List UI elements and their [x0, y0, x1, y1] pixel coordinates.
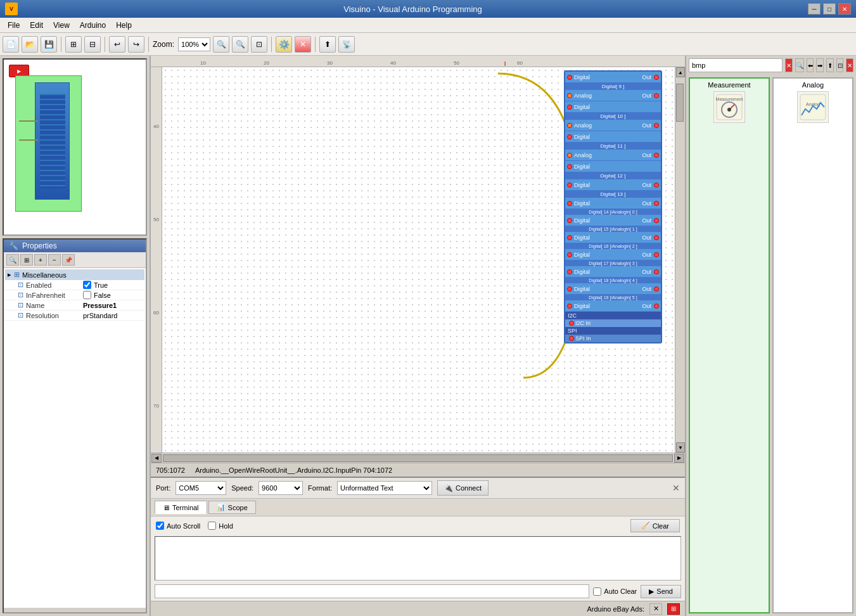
- pin-dot-right-1[interactable]: [654, 75, 659, 80]
- search-option-2[interactable]: ➡: [816, 58, 824, 72]
- comp-card-analog[interactable]: Analog Analog: [772, 77, 853, 613]
- tab-terminal[interactable]: 🖥 Terminal: [155, 501, 207, 514]
- clear-button[interactable]: 🧹 Clear: [630, 519, 680, 532]
- search-go-button[interactable]: 🔍: [795, 58, 804, 72]
- hscroll-left[interactable]: ◀: [151, 454, 162, 463]
- pin-dot-r-19[interactable]: [654, 304, 659, 309]
- properties-header: 🔧 Properties: [4, 240, 146, 252]
- pin-label-dig-16: Digital: [574, 252, 642, 258]
- autoclear-checkbox[interactable]: [593, 587, 601, 596]
- redo-button[interactable]: ↪: [128, 36, 144, 53]
- upload-button[interactable]: ⬆: [319, 36, 336, 53]
- close-serial-button[interactable]: ✕: [672, 483, 680, 493]
- search-option-3[interactable]: ⬆: [826, 58, 834, 72]
- properties-group-header[interactable]: ▸ ⊞ Miscellaneous: [5, 269, 144, 280]
- pin-analog-dot-9[interactable]: [567, 93, 572, 98]
- format-select[interactable]: Unformatted TextASCIIHex: [337, 481, 432, 495]
- pin-dot-dig-9[interactable]: [567, 105, 572, 110]
- zoom-out-button[interactable]: 🔍: [232, 36, 248, 53]
- hscroll-thumb[interactable]: [163, 454, 673, 462]
- zoom-fit-button[interactable]: ⊡: [251, 36, 267, 53]
- prop-filter-btn[interactable]: ⊞: [20, 254, 33, 266]
- minimize-button[interactable]: ─: [808, 3, 821, 15]
- zoom-select[interactable]: 50% 75% 100% 150% 200%: [178, 37, 210, 51]
- menu-arduino[interactable]: Arduino: [75, 20, 111, 31]
- pin-dot-dig-10[interactable]: [567, 134, 572, 139]
- save-button[interactable]: 💾: [41, 36, 57, 53]
- vscroll-thumb[interactable]: [676, 84, 684, 122]
- search-close[interactable]: ✕: [846, 58, 853, 72]
- infahrenheit-checkbox[interactable]: [83, 291, 91, 299]
- i2c-in-dot[interactable]: [569, 321, 574, 326]
- pin-dot-r-10[interactable]: [654, 123, 659, 128]
- pin-dot-r-15[interactable]: [654, 235, 659, 240]
- search-option-1[interactable]: ⬅: [807, 58, 814, 72]
- serial-button[interactable]: 📡: [338, 36, 355, 53]
- pin-dot-dig-14[interactable]: [567, 218, 572, 223]
- pin-dot-dig-16[interactable]: [567, 252, 572, 257]
- hscroll-right[interactable]: ▶: [674, 454, 684, 463]
- compile-button[interactable]: ⚙️: [276, 36, 292, 53]
- prop-collapse-btn[interactable]: −: [48, 254, 61, 266]
- prop-pin-btn[interactable]: 📌: [62, 254, 75, 266]
- menu-help[interactable]: Help: [111, 20, 137, 31]
- canvas-hscroll[interactable]: ◀ ▶: [151, 452, 685, 463]
- pin-analog-dot-10[interactable]: [567, 123, 572, 128]
- enabled-checkbox[interactable]: [83, 281, 91, 289]
- pin-dot-dig-15[interactable]: [567, 235, 572, 240]
- menu-edit[interactable]: Edit: [25, 20, 48, 31]
- pin-dot-dig-12[interactable]: [567, 183, 572, 188]
- pin-dot-dig-11[interactable]: [567, 164, 572, 169]
- scope-icon: 📊: [217, 503, 226, 511]
- tab-scope[interactable]: 📊 Scope: [208, 501, 256, 514]
- view-toggle-2[interactable]: ⊟: [84, 36, 101, 53]
- pin-dot-r-14[interactable]: [654, 218, 659, 223]
- speed-select[interactable]: 300120024004800 960019200: [259, 481, 303, 495]
- port-select[interactable]: COM1COM2COM3COM4 COM5COM6: [176, 481, 226, 495]
- spi-in-dot[interactable]: [569, 336, 574, 341]
- maximize-button[interactable]: □: [823, 3, 836, 15]
- pin-dot-r-16[interactable]: [654, 252, 659, 257]
- close-button[interactable]: ✕: [838, 3, 851, 15]
- pin-dot-r-11[interactable]: [654, 153, 659, 158]
- ads-tool-1[interactable]: ✕: [649, 603, 662, 615]
- new-button[interactable]: 📄: [3, 36, 19, 53]
- pin-dot-dig-18[interactable]: [567, 286, 572, 292]
- undo-button[interactable]: ↩: [109, 36, 125, 53]
- pin-analog-dot-11[interactable]: [567, 153, 572, 158]
- canvas-vscroll[interactable]: ▲ ▼: [675, 67, 685, 452]
- pin-dot-dig-17[interactable]: [567, 269, 572, 274]
- open-button[interactable]: 📂: [22, 36, 38, 53]
- pin-dot-r-analog-9[interactable]: [654, 93, 659, 98]
- prop-expand-btn[interactable]: +: [34, 254, 47, 266]
- pin-dot-dig-19[interactable]: [567, 304, 572, 309]
- search-option-4[interactable]: ⊡: [836, 58, 844, 72]
- serial-output[interactable]: [155, 536, 681, 581]
- serial-input-field[interactable]: [155, 584, 589, 598]
- menu-file[interactable]: File: [3, 20, 25, 31]
- pin-dot-r-18[interactable]: [654, 286, 659, 292]
- menu-view[interactable]: View: [48, 20, 75, 31]
- hold-checkbox[interactable]: [208, 522, 216, 530]
- search-clear-button[interactable]: ✕: [785, 58, 793, 72]
- pin-dot-r-12[interactable]: [654, 183, 659, 188]
- group-label: Miscellaneous: [22, 271, 67, 279]
- ads-tool-2[interactable]: ⊞: [667, 603, 680, 615]
- pin-dot-left-1[interactable]: [567, 75, 572, 80]
- component-search-input[interactable]: [689, 58, 783, 72]
- vscroll-down[interactable]: ▼: [676, 442, 685, 452]
- canvas-scroll[interactable]: Digital Out Digital[ 9 ] Analog Out: [162, 67, 675, 452]
- pin-dot-dig-13[interactable]: [567, 201, 572, 206]
- view-toggle-1[interactable]: ⊞: [65, 36, 82, 53]
- comp-card-measurement[interactable]: Measurement Measurement: [689, 77, 770, 613]
- vscroll-up[interactable]: ▲: [676, 67, 685, 77]
- autoscroll-checkbox[interactable]: [156, 522, 164, 530]
- stop-button[interactable]: ✕: [295, 36, 311, 53]
- pin-dot-r-17[interactable]: [654, 269, 659, 274]
- zoom-in-button[interactable]: 🔍: [213, 36, 229, 53]
- pin-dot-r-13[interactable]: [654, 201, 659, 206]
- send-button[interactable]: ▶ Send: [641, 585, 681, 598]
- properties-toolbar: 🔍 ⊞ + − 📌: [4, 252, 146, 268]
- prop-search-btn[interactable]: 🔍: [6, 254, 19, 266]
- connect-button[interactable]: 🔌 Connect: [437, 480, 489, 496]
